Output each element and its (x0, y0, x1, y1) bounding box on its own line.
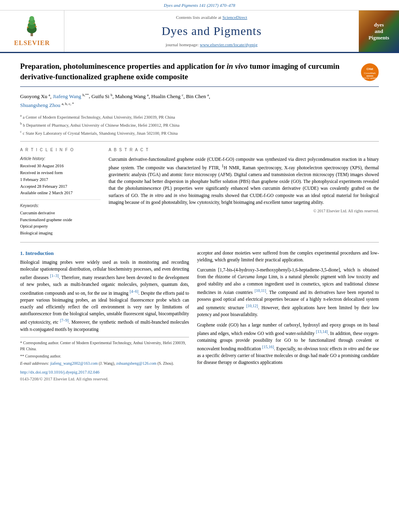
elsevier-text: ELSEVIER (14, 39, 50, 47)
keyword-3: Optical property (20, 224, 101, 230)
author-jiafeng: Jiafeng Wang b,** (53, 93, 89, 99)
journal-title: Dyes and Pigments (162, 23, 262, 39)
doi-link[interactable]: http://dx.doi.org/10.1016/j.dyepig.2017.… (20, 370, 189, 376)
elsevier-tree-icon (20, 15, 44, 37)
homepage-link[interactable]: www.elsevier.com/locate/dyepig (200, 42, 257, 47)
footnotes-section: * Corresponding author. Center of Modern… (20, 337, 189, 366)
affil-c: c c State Key Laboratory of Crystal Mate… (20, 129, 379, 136)
body-right-col: acceptor and donor moieties were suffere… (197, 250, 379, 383)
info-divider (20, 199, 101, 200)
intro-para-4: Graphene oxide (GO) has a large number o… (197, 322, 379, 366)
email-jiafeng[interactable]: jiafeng_wang2002@163.com (50, 361, 98, 366)
publisher-logo: ELSEVIER (0, 10, 64, 52)
abstract-body: Curcumin derivative-functionalized graph… (109, 156, 379, 206)
info-abstract-section: A R T I C L E I N F O Article history: R… (20, 147, 379, 242)
svg-point-7 (29, 22, 30, 23)
email-shuangsheng[interactable]: zshuangsheng@126.com (116, 361, 156, 366)
body-content: 1. Introduction Biological imaging probe… (20, 250, 379, 383)
ref-15-16: [15,16] (262, 345, 274, 349)
abstract-col: A B S T R A C T Curcumin derivative-func… (109, 147, 379, 237)
journal-badge: dyesandPigments (359, 10, 399, 52)
homepage-prefix: journal homepage: (166, 42, 200, 47)
revised-date: 1 February 2017 (20, 177, 101, 183)
main-content: Preparation, photoluminescence propertie… (0, 53, 399, 391)
ref-1-3: [1–3] (50, 273, 59, 278)
article-title-section: Preparation, photoluminescence propertie… (20, 61, 379, 87)
affil-a: a a Center of Modern Experimental Techno… (20, 113, 379, 120)
keyword-2: Functionalized graphene oxide (20, 217, 101, 223)
author-guifu: Guifu Si b, Mahong Wang a, Hualin Cheng … (91, 93, 210, 99)
svg-text:click for updates: click for updates (362, 77, 377, 79)
footnote-email: E-mail addresses: jiafeng_wang2002@163.c… (20, 360, 189, 366)
abstract-header: A B S T R A C T (109, 147, 379, 153)
badge-text: dyesandPigments (368, 22, 389, 41)
footnote-2: ** Corresponding author. (20, 353, 189, 359)
journal-header: ELSEVIER Contents lists available at Sci… (0, 10, 399, 53)
journal-homepage: journal homepage: www.elsevier.com/locat… (166, 42, 257, 48)
ref-7-9: [7–9] (60, 318, 69, 322)
crossmark-badge[interactable]: CHat CrossMark click for updates (361, 63, 379, 81)
ref-4-6: [4–6] (130, 289, 138, 294)
ref-13-14: [13,14] (316, 329, 328, 334)
accepted-date: Accepted 28 February 2017 (20, 184, 101, 190)
footnote-1: * Corresponding author. Center of Modern… (20, 340, 189, 352)
sciencedirect-link[interactable]: ScienceDirect (222, 15, 247, 20)
affiliations-section: a a Center of Modern Experimental Techno… (20, 113, 379, 142)
page: Dyes and Pigments 141 (2017) 470–478 (0, 0, 399, 532)
journal-reference-text: Dyes and Pigments 141 (2017) 470–478 (164, 3, 235, 8)
issn-line: 0143-7208/© 2017 Elsevier Ltd. All right… (20, 376, 189, 382)
history-label: Article history: (20, 156, 101, 162)
article-info-header: A R T I C L E I N F O (20, 147, 101, 153)
contents-text: Contents lists available at (176, 15, 222, 20)
keyword-4: Biological imaging (20, 230, 101, 236)
svg-text:CHat: CHat (366, 68, 373, 70)
available-date: Available online 2 March 2017 (20, 190, 101, 196)
svg-point-6 (35, 26, 37, 27)
intro-para-1: Biological imaging probes were widely us… (20, 259, 189, 333)
journal-title-area: Contents lists available at ScienceDirec… (64, 10, 359, 52)
ref-10-12: [10,12] (246, 304, 258, 308)
svg-text:CrossMark: CrossMark (364, 72, 376, 74)
bottom-links: http://dx.doi.org/10.1016/j.dyepig.2017.… (20, 370, 189, 382)
article-info-col: A R T I C L E I N F O Article history: R… (20, 147, 101, 237)
body-left-col: 1. Introduction Biological imaging probe… (20, 250, 189, 383)
keyword-1: Curcumin derivative (20, 210, 101, 216)
crossmark-icon: CHat CrossMark click for updates (361, 63, 379, 81)
intro-para-3: Curcumin [1,7-bis-(4-hydroxy-3-methoxyph… (197, 267, 379, 318)
intro-para-2: acceptor and donor moieties were suffere… (197, 250, 379, 264)
journal-reference: Dyes and Pigments 141 (2017) 470–478 (0, 0, 399, 10)
copyright-notice: © 2017 Elsevier Ltd. All rights reserved… (109, 208, 379, 214)
svg-point-8 (34, 23, 35, 24)
affil-b: b b Department of Pharmacy, Anhui Univer… (20, 121, 379, 128)
authors-section: Guoyong Xu a, Jiafeng Wang b,**, Guifu S… (20, 92, 379, 109)
elsevier-brand: ELSEVIER (14, 15, 50, 47)
article-title: Preparation, photoluminescence propertie… (20, 61, 355, 82)
ref-10-11: [10,11] (255, 288, 266, 293)
received-revised-label: Received in revised form (20, 170, 101, 176)
contents-available: Contents lists available at ScienceDirec… (176, 14, 247, 21)
intro-section-header: 1. Introduction (20, 250, 189, 257)
author-guoyong: Guoyong Xu a, (20, 93, 53, 99)
author-shuangsheng: Shuangsheng Zhou a, b, c, * (20, 102, 74, 108)
svg-point-5 (27, 27, 29, 28)
received-date: Received 30 August 2016 (20, 163, 101, 169)
keywords-label: Keywords: (20, 203, 101, 209)
svg-point-4 (29, 16, 34, 21)
